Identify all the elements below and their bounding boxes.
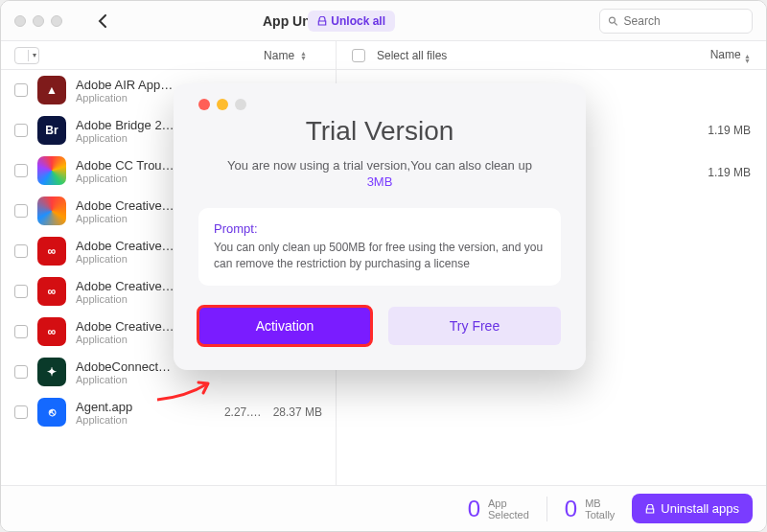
chevron-down-icon: ▾ [33, 51, 36, 59]
app-text: Adobe Creative… Application [76, 239, 174, 265]
column-name-left[interactable]: Name ▲▼ [264, 49, 336, 62]
app-meta: 2.27.…28.37 MB [224, 405, 322, 419]
app-name: Adobe AIR App… [76, 78, 173, 92]
app-sub: Application [76, 132, 174, 144]
sort-icon: ▲▼ [300, 51, 307, 60]
app-sub: Application [76, 253, 174, 265]
modal-zoom-dot [235, 99, 246, 110]
unlock-label: Unlock all [331, 14, 385, 28]
divider [546, 497, 547, 521]
modal-text: You are now using a trial version,You ca… [198, 158, 561, 189]
modal-highlight: 3MB [198, 174, 561, 189]
app-text: Adobe AIR App… Application [76, 78, 173, 104]
selected-count: 0 [468, 496, 480, 522]
app-checkbox[interactable] [14, 365, 28, 379]
activation-label: Activation [256, 318, 314, 334]
app-checkbox[interactable] [14, 204, 28, 218]
app-icon: ∞ [37, 237, 66, 266]
app-checkbox[interactable] [14, 164, 28, 177]
app-sub: Application [76, 334, 174, 345]
view-toggle[interactable]: ▾ [14, 47, 39, 64]
lock-icon [317, 16, 327, 26]
right-columns: Select all files Name ▲▼ [337, 41, 766, 69]
app-checkbox[interactable] [14, 405, 28, 419]
traffic-lights [14, 15, 62, 27]
titlebar: App Uninstaller Unlock all [1, 1, 766, 41]
trial-modal: Trial Version You are now using a trial … [174, 83, 586, 370]
app-checkbox[interactable] [14, 83, 28, 97]
select-all-checkbox[interactable] [352, 49, 365, 62]
modal-text-line: You are now using a trial version,You ca… [227, 158, 532, 173]
modal-title: Trial Version [198, 116, 561, 147]
app-checkbox[interactable] [14, 325, 28, 338]
app-text: Adobe Creative… Application [76, 279, 174, 305]
app-checkbox[interactable] [14, 285, 28, 298]
prompt-heading: Prompt: [214, 221, 546, 236]
app-name: Adobe Creative… [76, 198, 174, 213]
svg-point-0 [609, 17, 615, 23]
uninstall-label: Uninstall apps [661, 501, 739, 516]
app-icon: ∞ [37, 277, 66, 306]
search-box[interactable] [599, 9, 753, 34]
stat-selected: 0 AppSelected [468, 496, 529, 522]
try-free-button[interactable]: Try Free [388, 307, 561, 345]
app-sub: Application [76, 213, 174, 224]
app-name: Adobe Creative… [76, 319, 174, 334]
app-name: Adobe Creative… [76, 279, 174, 293]
total-count: 0 [565, 496, 577, 522]
app-icon: ▲ [37, 76, 66, 104]
modal-actions: Activation Try Free [198, 307, 561, 345]
app-checkbox[interactable] [14, 244, 28, 258]
try-free-label: Try Free [450, 318, 500, 334]
app-name: Adobe Creative… [76, 239, 174, 253]
app-icon: ∞ [37, 317, 66, 346]
selected-label: AppSelected [488, 497, 529, 520]
app-icon: ⎋ [37, 398, 66, 427]
app-text: Adobe Creative… Application [76, 198, 174, 224]
modal-minimize-dot[interactable] [217, 99, 228, 110]
app-sub: Application [76, 173, 174, 184]
app-sub: Application [76, 374, 171, 385]
modal-traffic-lights [198, 99, 561, 110]
zoom-dot[interactable] [51, 15, 62, 27]
app-icon [37, 197, 66, 225]
app-sub: Application [76, 92, 173, 104]
app-icon: Br [37, 116, 66, 145]
app-text: Adobe Bridge 2… Application [76, 118, 174, 144]
app-text: Agent.app Application [76, 400, 132, 426]
chevron-left-icon [98, 14, 109, 28]
app-checkbox[interactable] [14, 124, 28, 137]
app-window: App Uninstaller Unlock all ▾ Name ▲▼ Sel… [0, 0, 767, 532]
app-sub: Application [76, 293, 174, 305]
app-icon: ✦ [37, 358, 66, 386]
lock-icon [645, 504, 655, 514]
column-name-label: Name [264, 49, 294, 62]
close-dot[interactable] [14, 15, 26, 27]
prompt-box: Prompt: You can only clean up 500MB for … [198, 208, 561, 286]
column-headers: ▾ Name ▲▼ Select all files Name ▲▼ [1, 41, 766, 70]
modal-close-dot[interactable] [198, 99, 210, 110]
activation-button[interactable]: Activation [198, 307, 371, 345]
search-input[interactable] [624, 14, 744, 28]
column-name-right-label: Name [710, 48, 741, 61]
app-name: AdobeConnect… [76, 359, 171, 374]
uninstall-button[interactable]: Uninstall apps [632, 494, 753, 523]
unlock-all-button[interactable]: Unlock all [308, 11, 395, 32]
select-all-label: Select all files [377, 49, 447, 62]
app-icon [37, 156, 66, 185]
app-text: Adobe CC Trou… Application [76, 158, 174, 184]
footer: 0 AppSelected 0 MBTotally Uninstall apps [1, 485, 766, 531]
app-row[interactable]: ⎋ Agent.app Application 2.27.…28.37 MB [1, 392, 336, 432]
minimize-dot[interactable] [33, 15, 44, 27]
app-name: Agent.app [76, 400, 132, 414]
column-name-right[interactable]: Name ▲▼ [710, 48, 751, 63]
app-text: AdobeConnect… Application [76, 359, 171, 385]
sort-icon: ▲▼ [744, 54, 751, 63]
page-title: App Uninstaller Unlock all [126, 11, 590, 32]
back-button[interactable] [91, 9, 116, 34]
app-name: Adobe CC Trou… [76, 158, 174, 173]
total-label: MBTotally [585, 497, 615, 520]
search-icon [608, 15, 618, 27]
left-columns: ▾ Name ▲▼ [1, 41, 337, 69]
file-size: 1.19 MB [708, 124, 751, 137]
